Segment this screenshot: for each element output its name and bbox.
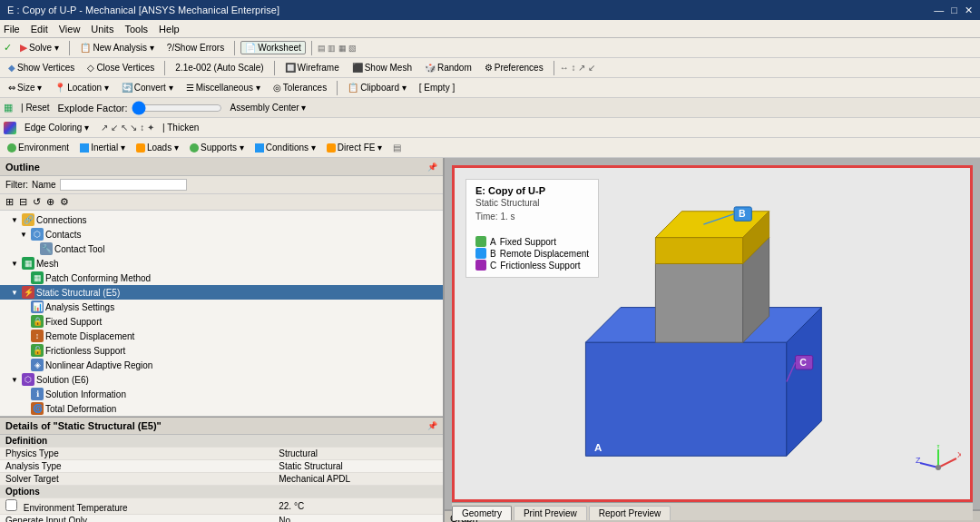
reset-button[interactable]: | Reset xyxy=(16,101,54,114)
expand-mesh[interactable]: ▼ xyxy=(11,260,20,268)
outline-settings-icon[interactable]: ⚙ xyxy=(58,196,71,208)
analysis-settings-label: Analysis Settings xyxy=(45,302,114,312)
env-temp-checkbox[interactable] xyxy=(5,499,17,511)
tree-item-nonlinear[interactable]: ◈ Nonlinear Adaptive Region xyxy=(0,358,443,372)
thicken-button[interactable]: | Thicken xyxy=(158,121,203,134)
tree-item-analysis-settings[interactable]: 📊 Analysis Settings xyxy=(0,300,443,314)
solve-button[interactable]: ▶ Solve ▾ xyxy=(15,41,64,54)
close-button[interactable]: ✕ xyxy=(965,5,973,16)
svg-point-21 xyxy=(936,465,941,470)
expand-solution[interactable]: ▼ xyxy=(11,376,20,384)
random-button[interactable]: 🎲 Random xyxy=(420,61,476,74)
inertial-button[interactable]: Inertial ▾ xyxy=(76,142,129,153)
main-area: Outline 📌 Filter: Name ⊞ ⊟ ↺ ⊕ ⚙ ▼ xyxy=(0,158,980,522)
details-pin-icon[interactable]: 📌 xyxy=(427,421,437,430)
right-panel: E: Copy of U-P Static Structural Time: 1… xyxy=(445,158,980,522)
close-vertices-button[interactable]: ◇ Close Vertices xyxy=(83,61,159,74)
expand-connections[interactable]: ▼ xyxy=(11,216,20,224)
tree-item-contacts[interactable]: ▼ ⬡ Contacts xyxy=(0,227,443,241)
tab-print-preview[interactable]: Print Preview xyxy=(514,506,587,520)
inertial-icon xyxy=(80,143,89,153)
env-toolbar: Environment Inertial ▾ Loads ▾ Supports … xyxy=(0,138,980,158)
tree-item-solution-info[interactable]: ℹ Solution Information xyxy=(0,387,443,401)
miscellaneous-button[interactable]: ☰ Miscellaneous ▾ xyxy=(181,81,265,94)
tree-item-contact-tool[interactable]: 🔧 Contact Tool xyxy=(0,241,443,256)
convert-button[interactable]: 🔄 Convert ▾ xyxy=(117,81,178,94)
generate-input-label: Generate Input Only xyxy=(0,515,273,523)
tree-item-total-deformation[interactable]: 🌀 Total Deformation xyxy=(0,401,443,416)
show-errors-button[interactable]: ?/Show Errors xyxy=(162,41,229,54)
env-temp-label: Environment Temperature xyxy=(0,498,273,515)
tolerances-button[interactable]: ◎ Tolerances xyxy=(269,81,331,94)
tree-item-mesh[interactable]: ▼ ▦ Mesh xyxy=(0,256,443,271)
tree-item-remote-displacement[interactable]: ↕ Remote Displacement xyxy=(0,329,443,343)
location-button[interactable]: 📍 Location ▾ xyxy=(50,81,113,94)
show-mesh-button[interactable]: ⬛ Show Mesh xyxy=(348,61,416,74)
tree-item-patch-conforming[interactable]: ▦ Patch Conforming Method xyxy=(0,271,443,285)
outline-refresh-icon[interactable]: ↺ xyxy=(31,196,43,208)
options-section: Options xyxy=(0,486,443,498)
outline-filter-icon[interactable]: ⊕ xyxy=(44,196,56,208)
solver-target-value[interactable]: Mechanical APDL xyxy=(273,473,443,486)
explode-slider[interactable] xyxy=(132,103,222,113)
physics-type-value[interactable]: Structural xyxy=(273,448,443,460)
worksheet-button[interactable]: 📄 Worksheet xyxy=(240,41,306,54)
env-extra: ▤ xyxy=(393,143,401,153)
connections-label: Connections xyxy=(36,215,87,225)
clipboard-button[interactable]: 📋 Clipboard ▾ xyxy=(343,81,411,94)
edge-color-icon xyxy=(4,122,16,134)
menu-units[interactable]: Units xyxy=(91,24,113,34)
tree-item-connections[interactable]: ▼ 🔗 Connections xyxy=(0,212,443,227)
assembly-center-button[interactable]: Assembly Center ▾ xyxy=(226,101,311,114)
size-button[interactable]: ⇔ Size ▾ xyxy=(4,81,46,94)
tree-item-frictionless-support[interactable]: 🔓 Frictionless Support xyxy=(0,343,443,358)
loads-button[interactable]: Loads ▾ xyxy=(132,142,182,153)
total-deform-icon: 🌀 xyxy=(31,402,44,415)
tree-item-static-structural[interactable]: ▼ ⚡ Static Structural (E5) xyxy=(0,285,443,300)
solver-target-row: Solver Target Mechanical APDL xyxy=(0,473,443,486)
viewport[interactable]: E: Copy of U-P Static Structural Time: 1… xyxy=(445,158,980,509)
scale-display[interactable]: 2.1e-002 (Auto Scale) xyxy=(171,61,268,74)
direct-fe-button[interactable]: Direct FE ▾ xyxy=(323,142,386,153)
tree-item-solution[interactable]: ▼ ⬡ Solution (E6) xyxy=(0,372,443,387)
static-structural-label: Static Structural (E5) xyxy=(36,288,120,298)
maximize-button[interactable]: □ xyxy=(951,5,957,16)
outline-collapse-all-icon[interactable]: ⊟ xyxy=(17,196,29,208)
fixed-support-label: Fixed Support xyxy=(45,317,102,327)
environment-button[interactable]: Environment xyxy=(4,142,73,153)
viewport-inner: E: Copy of U-P Static Structural Time: 1… xyxy=(452,165,973,502)
generate-input-value[interactable]: No xyxy=(273,515,443,523)
menu-view[interactable]: View xyxy=(59,24,81,34)
window-controls: — □ ✕ xyxy=(934,5,973,16)
menu-file[interactable]: File xyxy=(4,24,20,34)
details-table: Definition Physics Type Structural Analy… xyxy=(0,435,443,522)
tab-report-preview[interactable]: Report Preview xyxy=(589,506,671,520)
tree-item-fixed-support[interactable]: 🔒 Fixed Support xyxy=(0,314,443,329)
edge-coloring-button[interactable]: Edge Coloring ▾ xyxy=(20,121,93,134)
tab-geometry[interactable]: Geometry xyxy=(452,506,512,520)
remote-displacement-icon: ↕ xyxy=(31,330,44,342)
conditions-button[interactable]: Conditions ▾ xyxy=(251,142,319,153)
filter-input[interactable] xyxy=(60,179,187,191)
analysis-type-value[interactable]: Static Structural xyxy=(273,460,443,473)
env-temp-value[interactable]: 22. °C xyxy=(273,498,443,515)
pin-icon[interactable]: 📌 xyxy=(427,163,437,172)
extra-icons: ▤ ▥ ▦ ▧ xyxy=(318,44,358,53)
outline-title: Outline xyxy=(5,162,40,172)
supports-button[interactable]: Supports ▾ xyxy=(186,142,248,153)
outline-expand-all-icon[interactable]: ⊞ xyxy=(4,196,15,208)
wireframe-button[interactable]: 🔲 Wireframe xyxy=(280,61,344,74)
menu-help[interactable]: Help xyxy=(159,24,180,34)
expand-contacts[interactable]: ▼ xyxy=(20,231,29,239)
svg-marker-6 xyxy=(655,238,742,264)
menu-tools[interactable]: Tools xyxy=(124,24,148,34)
empty-button[interactable]: [ Empty ] xyxy=(415,81,459,94)
minimize-button[interactable]: — xyxy=(934,5,944,16)
preferences-button[interactable]: ⚙ Preferences xyxy=(480,61,548,74)
menu-edit[interactable]: Edit xyxy=(31,24,48,34)
svg-text:C: C xyxy=(799,357,807,368)
show-vertices-button[interactable]: ◆ Show Vertices xyxy=(4,61,79,74)
expand-static[interactable]: ▼ xyxy=(11,289,20,297)
new-analysis-button[interactable]: 📋 New Analysis ▾ xyxy=(75,41,159,54)
patch-label: Patch Conforming Method xyxy=(45,273,151,283)
